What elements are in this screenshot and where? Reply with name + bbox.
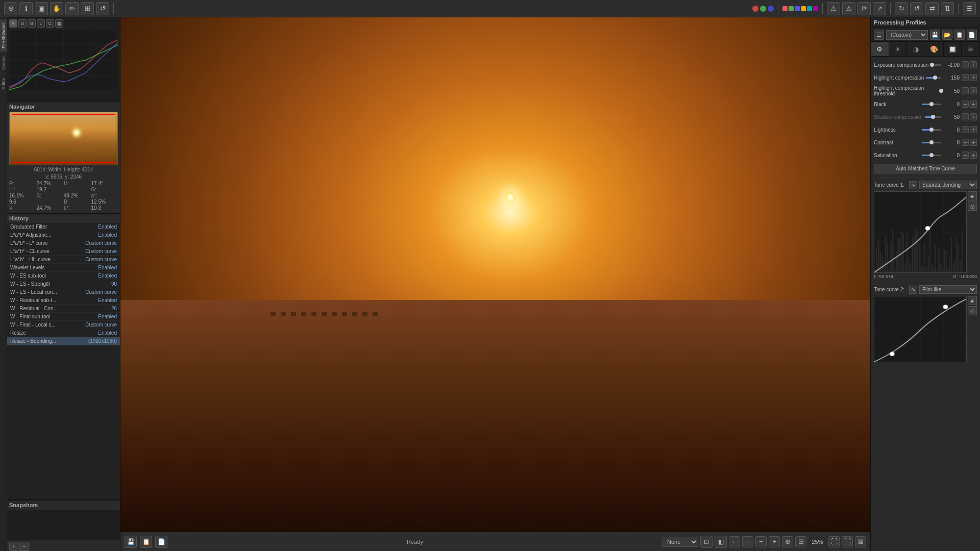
toolbar-rotate90-btn[interactable]: ↻	[895, 2, 908, 15]
toolbar-menu-btn[interactable]: ☰	[963, 2, 976, 15]
adj-minus-btn[interactable]: −	[962, 74, 969, 81]
history-list[interactable]: Graduated FilterEnabledL*a*b* Adjustme..…	[7, 223, 120, 499]
history-item[interactable]: Resize - Bounding...(980x551)	[7, 337, 120, 345]
snapshots-remove-btn[interactable]: −	[19, 542, 29, 551]
tc2-channel-select[interactable]: Film-like	[919, 285, 977, 294]
adj-slider-thumb[interactable]	[929, 153, 934, 157]
sidebar-tab-filebrowser[interactable]: File Browser	[0, 19, 7, 52]
adj-slider-thumb[interactable]	[929, 128, 934, 132]
zoom-dual-btn[interactable]: ⊠	[855, 536, 866, 547]
adj-plus-btn[interactable]: +	[970, 74, 977, 81]
adj-minus-btn[interactable]: −	[962, 61, 969, 68]
toolbar-hand-btn[interactable]: ✋	[50, 2, 63, 15]
adj-slider-thumb[interactable]	[929, 102, 934, 106]
profile-save-btn[interactable]: 💾	[930, 30, 940, 40]
zoom-next-btn[interactable]: →	[742, 536, 753, 547]
sidebar-tab-editor[interactable]: Editor	[0, 74, 7, 93]
tab-meta[interactable]: ≋	[962, 42, 980, 56]
history-item[interactable]: W - ES - Local con...Custom curve	[7, 288, 120, 296]
history-item[interactable]: W - Final sub-toolEnabled	[7, 313, 120, 321]
snapshots-add-btn[interactable]: +	[9, 542, 18, 551]
zoom-out-btn[interactable]: −	[755, 536, 767, 547]
zoom-100-btn[interactable]: ⊕	[782, 536, 793, 547]
history-item[interactable]: W - Final - Local c...Custom curve	[7, 321, 120, 329]
adj-plus-btn[interactable]: +	[970, 126, 977, 133]
hist-btn-g[interactable]: G	[18, 19, 27, 28]
tc2-side-btn2[interactable]: ◎	[968, 306, 977, 315]
history-item[interactable]: L*a*b* - CL curveCustom curve	[7, 247, 120, 256]
adj-plus-btn[interactable]: +	[970, 61, 977, 68]
history-item[interactable]: ResizeEnabled	[7, 329, 120, 337]
adj-slider[interactable]	[925, 113, 941, 120]
tab-transform[interactable]: 🎨	[925, 42, 944, 56]
history-item[interactable]: L*a*b* - L* curveCustom curve	[7, 239, 120, 247]
adj-minus-btn[interactable]: −	[962, 139, 969, 146]
history-item[interactable]: Graduated FilterEnabled	[7, 223, 120, 231]
history-item[interactable]: W - ES - Strength90	[7, 280, 120, 288]
adj-minus-btn[interactable]: −	[962, 113, 969, 120]
tab-raw[interactable]: 🔲	[944, 42, 962, 56]
adj-slider[interactable]	[926, 74, 941, 81]
sidebar-tab-queue[interactable]: Queue	[0, 53, 7, 73]
history-item[interactable]: W - Residual sub-t...Enabled	[7, 296, 120, 305]
hist-btn-bar[interactable]: ▦	[55, 19, 63, 28]
zoom-prev-btn[interactable]: ←	[729, 536, 740, 547]
toolbar-rotate-btn[interactable]: ↺	[96, 2, 109, 15]
zoom-fit2-btn[interactable]: ⊞	[795, 536, 806, 547]
hist-btn-lum[interactable]: L	[37, 19, 45, 28]
hist-btn-chrom[interactable]: C	[46, 19, 54, 28]
toolbar-hist-btn[interactable]: ⟳	[857, 2, 871, 15]
tc2-side-btn1[interactable]: ◈	[968, 296, 977, 305]
color-profile-select[interactable]: None	[663, 537, 698, 547]
toolbar-add-btn[interactable]: ⊕	[4, 2, 17, 15]
adj-slider-thumb[interactable]	[929, 140, 934, 144]
profile-paste-btn[interactable]: 📄	[967, 30, 977, 40]
toolbar-grid2-btn[interactable]: ⊞	[81, 2, 94, 15]
adj-slider-thumb[interactable]	[933, 76, 937, 80]
adj-plus-btn[interactable]: +	[970, 139, 977, 146]
profile-copy-btn[interactable]: 📋	[954, 30, 965, 40]
zoom-out2-btn[interactable]: ◧	[715, 536, 727, 548]
zoom-fullscreen-btn[interactable]: ⛶	[828, 536, 840, 547]
toolbar-warn2-btn[interactable]: ⚠	[842, 2, 855, 15]
hist-btn-b[interactable]: B	[28, 19, 36, 28]
toolbar-flip-btn[interactable]: ⇄	[925, 2, 939, 15]
tc1-side-btn2[interactable]: ◎	[968, 202, 977, 211]
adj-minus-btn[interactable]: −	[962, 126, 969, 133]
toolbar-pencil-btn[interactable]: ✏	[65, 2, 79, 15]
bottom-copy-btn[interactable]: 📋	[140, 536, 152, 548]
bottom-paste-btn[interactable]: 📄	[155, 536, 167, 548]
adj-slider-thumb[interactable]	[939, 89, 943, 93]
history-item[interactable]: Wavelet LevelsEnabled	[7, 264, 120, 272]
profile-load-btn[interactable]: 📂	[942, 30, 952, 40]
toolbar-mirror-btn[interactable]: ⇅	[941, 2, 954, 15]
auto-tone-btn[interactable]: Auto-Matched Tone Curve	[874, 164, 977, 173]
adj-minus-btn[interactable]: −	[962, 101, 969, 108]
adj-minus-btn[interactable]: −	[962, 152, 969, 159]
adj-slider[interactable]	[922, 152, 941, 159]
tc1-channel-select[interactable]: Saturati...lending	[919, 181, 977, 189]
adj-slider[interactable]	[922, 126, 941, 133]
adj-minus-btn[interactable]: −	[962, 87, 969, 94]
toolbar-warn-btn[interactable]: ⚠	[827, 2, 840, 15]
profile-list-btn[interactable]: ☰	[874, 30, 884, 40]
history-item[interactable]: L*a*b* Adjustme...Enabled	[7, 231, 120, 239]
toolbar-rotateccw-btn[interactable]: ↺	[910, 2, 923, 15]
tc2-type-btn[interactable]: ∿	[909, 286, 917, 294]
adj-slider[interactable]	[922, 101, 941, 108]
zoom-fit-btn[interactable]: ⊡	[700, 536, 713, 548]
adj-slider-thumb[interactable]	[931, 115, 935, 119]
adj-slider[interactable]	[922, 139, 941, 146]
zoom-in-btn[interactable]: +	[769, 536, 780, 547]
history-item[interactable]: W - Residual - Con...26	[7, 305, 120, 313]
tab-detail[interactable]: ☀	[889, 42, 908, 56]
adj-slider-thumb[interactable]	[930, 63, 934, 67]
toolbar-export-btn[interactable]: ↗	[873, 2, 886, 15]
history-item[interactable]: L*a*b* - HH curveCustom curve	[7, 256, 120, 264]
hist-btn-r[interactable]: R	[9, 19, 17, 28]
tc1-type-btn[interactable]: ∿	[909, 181, 917, 189]
zoom-expand-btn[interactable]: ⛶	[842, 536, 853, 547]
adj-plus-btn[interactable]: +	[970, 152, 977, 159]
tab-exposure[interactable]: ⚙	[871, 42, 889, 56]
history-item[interactable]: W - ES sub-toolEnabled	[7, 272, 120, 280]
